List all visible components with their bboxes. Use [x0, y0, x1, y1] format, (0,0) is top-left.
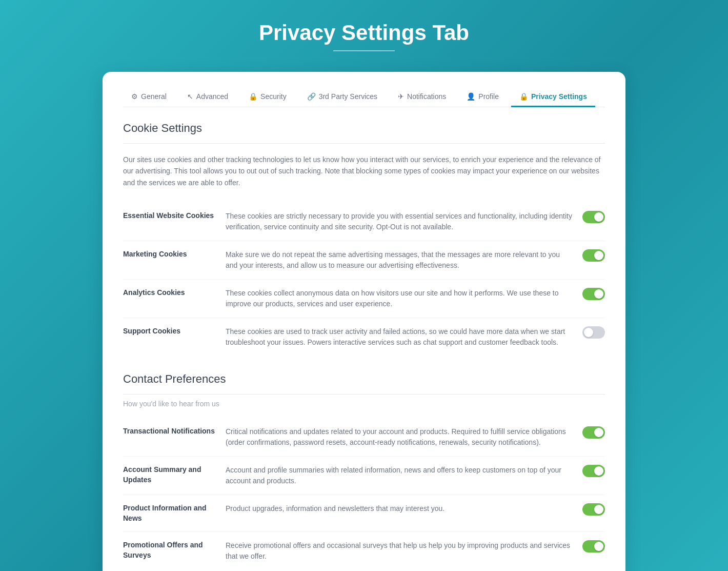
- profile-icon: 👤: [467, 92, 475, 101]
- cookie-desc-marketing: Make sure we do not repeat the same adve…: [226, 249, 582, 271]
- cookie-settings-title: Cookie Settings: [123, 122, 605, 135]
- cookie-toggle-support[interactable]: [582, 326, 605, 339]
- contact-desc-transactional: Critical notifications and updates relat…: [226, 426, 582, 448]
- contact-label-promotional: Promotional Offers and Surveys: [123, 540, 226, 560]
- cookie-row-analytics: Analytics Cookies These cookies collect …: [123, 280, 605, 318]
- lock-icon: 🔒: [249, 92, 257, 101]
- title-underline: [333, 50, 395, 51]
- advanced-icon: ↖: [187, 92, 193, 101]
- contact-label-transactional: Transactional Notifications: [123, 426, 226, 437]
- cookie-description: Our sites use cookies and other tracking…: [123, 154, 605, 188]
- link-icon: 🔗: [307, 92, 316, 101]
- settings-card: ⚙ General ↖ Advanced 🔒 Security 🔗 3rd Pa…: [103, 72, 625, 571]
- tab-3rdparty[interactable]: 🔗 3rd Party Services: [299, 87, 386, 107]
- cookie-row-support: Support Cookies These cookies are used t…: [123, 318, 605, 356]
- cookie-label-analytics: Analytics Cookies: [123, 288, 226, 298]
- contact-row-promotional: Promotional Offers and Surveys Receive p…: [123, 532, 605, 570]
- cookie-toggle-analytics[interactable]: [582, 288, 605, 300]
- contact-divider: [123, 394, 605, 395]
- contact-desc-product-info: Product upgrades, information and newsle…: [226, 503, 582, 514]
- tab-nav: ⚙ General ↖ Advanced 🔒 Security 🔗 3rd Pa…: [123, 87, 605, 107]
- cookie-label-support: Support Cookies: [123, 326, 226, 337]
- contact-preferences-list: Transactional Notifications Critical not…: [123, 418, 605, 570]
- page-title: Privacy Settings Tab: [259, 21, 469, 45]
- notifications-icon: ✈: [398, 92, 404, 101]
- tab-general[interactable]: ⚙ General: [123, 87, 175, 107]
- tab-privacy[interactable]: 🔒 Privacy Settings: [511, 87, 595, 107]
- contact-toggle-account-summary[interactable]: [582, 465, 605, 477]
- contact-row-transactional: Transactional Notifications Critical not…: [123, 418, 605, 457]
- privacy-lock-icon: 🔒: [519, 92, 528, 101]
- tab-notifications[interactable]: ✈ Notifications: [390, 87, 454, 107]
- cookie-toggle-essential[interactable]: [582, 211, 605, 223]
- cookie-desc-support: These cookies are used to track user act…: [226, 326, 582, 348]
- gear-icon: ⚙: [131, 92, 138, 101]
- contact-label-account-summary: Account Summary and Updates: [123, 465, 226, 485]
- cookie-desc-analytics: These cookies collect anonymous data on …: [226, 288, 582, 309]
- contact-row-product-info: Product Information and News Product upg…: [123, 495, 605, 532]
- contact-row-account-summary: Account Summary and Updates Account and …: [123, 457, 605, 495]
- contact-label-product-info: Product Information and News: [123, 503, 226, 523]
- cookie-label-marketing: Marketing Cookies: [123, 249, 226, 260]
- tab-advanced[interactable]: ↖ Advanced: [179, 87, 236, 107]
- contact-preferences-title: Contact Preferences: [123, 372, 605, 386]
- cookie-desc-essential: These cookies are strictly necessary to …: [226, 211, 582, 232]
- cookie-settings-list: Essential Website Cookies These cookies …: [123, 203, 605, 356]
- cookie-toggle-marketing[interactable]: [582, 249, 605, 262]
- cookie-row-marketing: Marketing Cookies Make sure we do not re…: [123, 241, 605, 280]
- contact-desc-account-summary: Account and profile summaries with relat…: [226, 465, 582, 486]
- contact-subtitle: How you'd like to hear from us: [123, 400, 605, 408]
- cookie-divider: [123, 143, 605, 144]
- cookie-row-essential: Essential Website Cookies These cookies …: [123, 203, 605, 241]
- contact-toggle-product-info[interactable]: [582, 503, 605, 516]
- contact-desc-promotional: Receive promotional offers and occasiona…: [226, 540, 582, 562]
- tab-profile[interactable]: 👤 Profile: [458, 87, 507, 107]
- tab-security[interactable]: 🔒 Security: [240, 87, 295, 107]
- contact-toggle-promotional[interactable]: [582, 540, 605, 553]
- contact-toggle-transactional[interactable]: [582, 426, 605, 439]
- cookie-label-essential: Essential Website Cookies: [123, 211, 226, 221]
